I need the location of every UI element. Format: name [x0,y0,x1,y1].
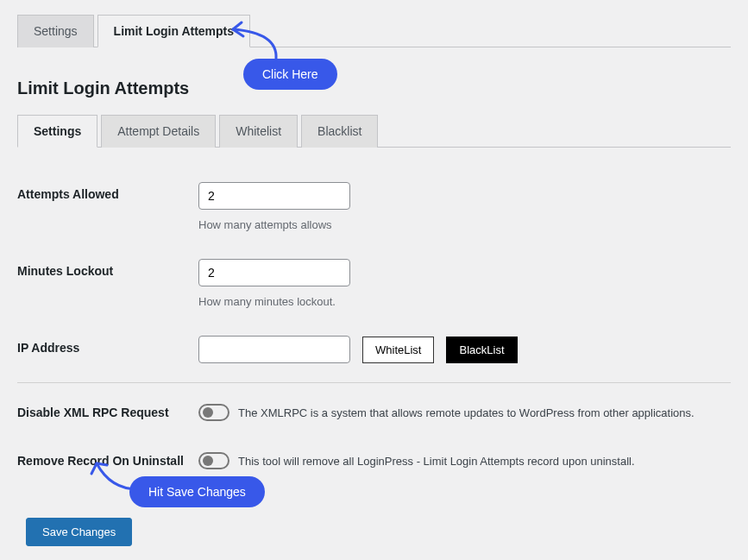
divider [17,382,731,383]
subtab-blacklist[interactable]: Blacklist [301,115,378,148]
callout-hit-save: Hit Save Changes [129,476,265,507]
attempts-allowed-label: Attempts Allowed [17,182,198,201]
save-changes-button[interactable]: Save Changes [26,518,132,546]
subtab-attempt-details[interactable]: Attempt Details [101,115,216,148]
whitelist-button[interactable]: WhiteList [362,337,434,363]
tab-settings[interactable]: Settings [17,15,94,47]
top-nav-tabs: Settings Limit Login Attempts [17,14,731,47]
disable-xmlrpc-row: Disable XML RPC Request The XMLRPC is a … [17,388,731,437]
minutes-lockout-row: Minutes Lockout How many minutes lockout… [17,250,731,317]
ip-address-row: IP Address WhiteList BlackList [17,327,731,372]
remove-record-toggle[interactable] [198,452,229,469]
ip-address-input[interactable] [198,336,350,363]
minutes-lockout-input[interactable] [198,259,350,286]
arrow-icon [224,17,285,65]
disable-xmlrpc-toggle[interactable] [198,404,229,421]
page-title: Limit Login Attempts [17,79,731,98]
minutes-lockout-help: How many minutes lockout. [198,295,731,308]
minutes-lockout-label: Minutes Lockout [17,259,198,278]
subtab-whitelist[interactable]: Whitelist [219,115,298,148]
subtab-settings[interactable]: Settings [17,115,97,148]
remove-record-desc: This tool will remove all LoginPress - L… [238,455,635,468]
blacklist-button[interactable]: BlackList [446,337,517,363]
disable-xmlrpc-desc: The XMLRPC is a system that allows remot… [238,406,695,419]
disable-xmlrpc-label: Disable XML RPC Request [17,406,198,419]
attempts-allowed-input[interactable] [198,182,350,210]
attempts-allowed-row: Attempts Allowed How many attempts allow… [17,173,731,240]
ip-address-label: IP Address [17,336,198,355]
callout-click-here: Click Here [243,59,337,90]
sub-nav-tabs: Settings Attempt Details Whitelist Black… [17,114,731,148]
attempts-allowed-help: How many attempts allows [198,218,731,231]
